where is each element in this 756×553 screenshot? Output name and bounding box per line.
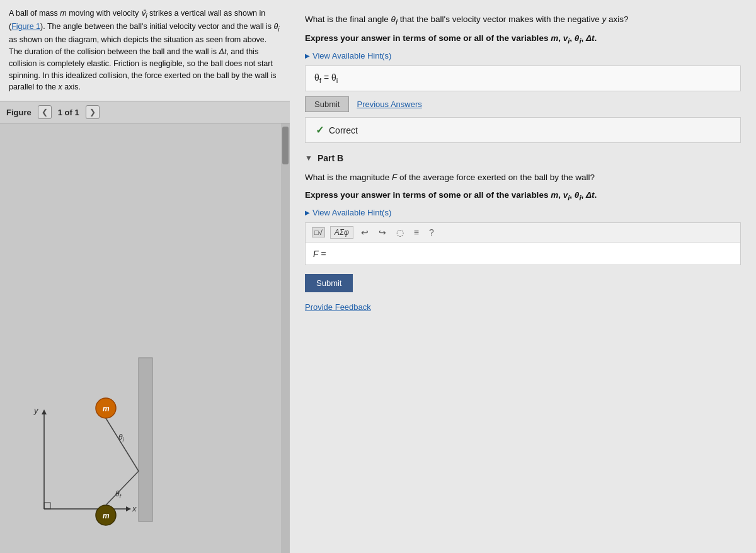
submit-a-button[interactable]: Submit — [305, 96, 349, 112]
hint-a-label: View Available Hint(s) — [312, 51, 391, 60]
problem-text: A ball of mass m moving with velocity v̄… — [0, 0, 290, 101]
svg-text:y: y — [33, 406, 39, 415]
submit-row-a: Submit Previous Answers — [305, 96, 741, 112]
part-b-express: Express your answer in terms of some or … — [305, 188, 741, 203]
submit-b-button[interactable]: Submit — [305, 274, 353, 292]
scrollbar-thumb[interactable] — [282, 127, 289, 164]
problem-statement: A ball of mass m moving with velocity v̄… — [9, 9, 280, 91]
refresh-icon[interactable]: ◌ — [394, 226, 406, 239]
part-b-arrow: ▼ — [305, 154, 312, 162]
part-b-divider: ▼ Part B — [305, 153, 741, 163]
answer-display-box: θf = θi — [305, 66, 741, 91]
greek-icon: ΑΣφ — [335, 228, 349, 237]
correct-label: Correct — [329, 125, 358, 135]
svg-rect-15 — [44, 503, 50, 509]
svg-text:m: m — [103, 404, 110, 413]
redo-icon[interactable]: ↪ — [376, 226, 389, 239]
part-b-question: What is the magnitude F of the average f… — [305, 171, 741, 185]
svg-text:θf: θf — [115, 489, 122, 499]
part-a-express: Express your answer in terms of some or … — [305, 31, 741, 47]
keyboard-icon[interactable]: ≡ — [411, 226, 421, 239]
answer-text: θf = θi — [314, 72, 338, 84]
correct-box: ✓ Correct — [305, 117, 741, 143]
prev-figure-button[interactable]: ❮ — [38, 105, 52, 119]
svg-marker-2 — [126, 506, 131, 511]
greek-button[interactable]: ΑΣφ — [330, 226, 353, 239]
figure-nav-text: 1 of 1 — [58, 108, 79, 117]
help-icon[interactable]: ? — [427, 226, 437, 239]
f-label: F = — [313, 249, 326, 259]
f-input[interactable] — [329, 249, 733, 259]
svg-rect-0 — [139, 358, 152, 522]
hint-b-label: View Available Hint(s) — [312, 208, 391, 217]
math-toolbar: □√ ΑΣφ ↩ ↪ ◌ ≡ ? — [305, 222, 741, 242]
right-panel: What is the final angle θf that the ball… — [290, 0, 756, 553]
svg-line-13 — [106, 471, 139, 505]
svg-text:m: m — [103, 511, 110, 520]
svg-text:θi: θi — [118, 433, 125, 443]
hint-a-link[interactable]: View Available Hint(s) — [305, 51, 741, 60]
figure-header: Figure ❮ 1 of 1 ❯ — [0, 101, 290, 123]
next-figure-button[interactable]: ❯ — [86, 105, 100, 119]
sqrt-icon: □√ — [314, 229, 323, 236]
part-b-label: Part B — [318, 153, 343, 163]
svg-marker-5 — [42, 409, 47, 414]
figure-scrollbar[interactable] — [281, 123, 290, 553]
figure-area: Figure ❮ 1 of 1 ❯ x y m — [0, 101, 290, 553]
part-a-question: What is the final angle θf that the ball… — [305, 13, 741, 28]
checkmark-icon: ✓ — [316, 124, 324, 136]
sqrt-button[interactable]: □√ — [312, 227, 325, 237]
figure-label: Figure — [6, 108, 32, 117]
undo-icon[interactable]: ↩ — [358, 226, 371, 239]
provide-feedback-link[interactable]: Provide Feedback — [305, 302, 371, 312]
svg-text:x: x — [132, 504, 137, 513]
figure-canvas: x y m θi m θf — [0, 123, 290, 553]
math-input-box[interactable]: F = — [305, 242, 741, 265]
prev-answers-link[interactable]: Previous Answers — [357, 100, 421, 109]
hint-b-link[interactable]: View Available Hint(s) — [305, 208, 741, 217]
svg-line-9 — [106, 418, 139, 471]
figure-link[interactable]: Figure 1 — [11, 22, 40, 31]
figure-diagram: x y m θi m θf — [13, 351, 227, 540]
left-panel: A ball of mass m moving with velocity v̄… — [0, 0, 290, 553]
